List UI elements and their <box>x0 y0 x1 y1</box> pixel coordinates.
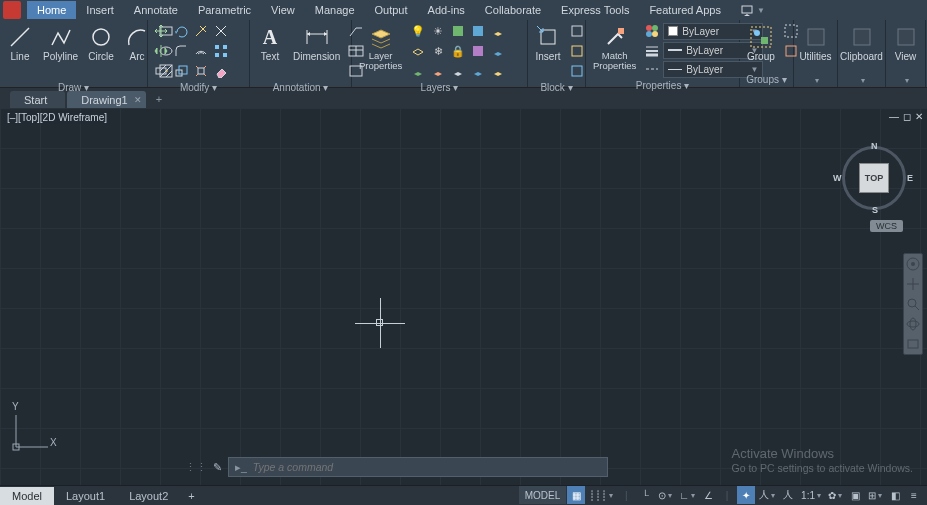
status-hw-icon[interactable]: ◧ <box>886 486 904 504</box>
nav-steering-icon[interactable] <box>906 257 920 271</box>
drawing-viewport[interactable]: [–][Top][2D Wireframe] — ◻ ✕ N S E W TOP… <box>0 108 927 485</box>
ribbon-tab-collaborate[interactable]: Collaborate <box>475 1 551 19</box>
explode-icon[interactable] <box>192 62 210 80</box>
layer-more3-icon[interactable] <box>489 22 507 40</box>
clipboard-button[interactable]: Clipboard <box>837 22 886 64</box>
status-menu-icon[interactable]: ≡ <box>905 486 923 504</box>
status-modelspace[interactable]: MODEL <box>519 486 567 504</box>
viewport-maximize-icon[interactable]: ◻ <box>903 111 911 122</box>
ribbon-overflow-button[interactable]: ▼ <box>741 4 765 16</box>
ribbon-tab-manage[interactable]: Manage <box>305 1 365 19</box>
nav-orbit-icon[interactable] <box>906 317 920 331</box>
ribbon-tab-addins[interactable]: Add-ins <box>418 1 475 19</box>
layer-more1-icon[interactable] <box>449 22 467 40</box>
layer-r4-icon[interactable] <box>469 62 487 80</box>
layout-tab-model[interactable]: Model <box>0 487 54 505</box>
stretch-icon[interactable] <box>152 62 170 80</box>
layer-r1-icon[interactable] <box>409 62 427 80</box>
fillet-icon[interactable] <box>172 42 190 60</box>
command-input-wrapper[interactable]: ▸_ <box>228 457 608 477</box>
nav-zoom-icon[interactable] <box>906 297 920 311</box>
layout-tab-layout2[interactable]: Layout2 <box>117 487 180 505</box>
nav-pan-icon[interactable] <box>906 277 920 291</box>
mirror-icon[interactable] <box>152 42 170 60</box>
app-icon[interactable] <box>3 1 21 19</box>
ribbon-tab-output[interactable]: Output <box>365 1 418 19</box>
panel-properties-title[interactable]: Properties ▾ <box>590 78 735 93</box>
wcs-badge[interactable]: WCS <box>870 220 903 232</box>
lineweight-icon[interactable] <box>643 41 661 59</box>
scale-icon[interactable] <box>172 62 190 80</box>
layer-sun-icon[interactable]: ☀ <box>429 22 447 40</box>
file-tab-drawing1[interactable]: Drawing1✕ <box>67 91 145 108</box>
array-icon[interactable] <box>212 42 230 60</box>
status-dyn-icon[interactable]: ✦ <box>737 486 755 504</box>
erase-icon[interactable] <box>212 62 230 80</box>
ribbon-tab-annotate[interactable]: Annotate <box>124 1 188 19</box>
status-transp-icon[interactable]: 人 <box>779 486 797 504</box>
utilities-button[interactable]: Utilities <box>796 22 834 64</box>
status-annot-icon[interactable]: ▣ <box>846 486 864 504</box>
viewcube-south[interactable]: S <box>872 205 878 215</box>
trim-icon[interactable] <box>192 22 210 40</box>
file-tab-start[interactable]: Start <box>10 91 65 108</box>
new-tab-button[interactable]: + <box>148 90 170 108</box>
panel-layers-title[interactable]: Layers ▾ <box>356 80 523 95</box>
dimension-button[interactable]: Dimension <box>290 22 343 64</box>
panel-utilities-title[interactable]: ▾ <box>798 72 833 87</box>
layer-iso-icon[interactable] <box>409 42 427 60</box>
ribbon-tab-view[interactable]: View <box>261 1 305 19</box>
linetype-icon[interactable] <box>643 60 661 78</box>
status-scale[interactable]: 1:1▾ <box>798 486 824 504</box>
status-ortho-icon[interactable]: └ <box>636 486 654 504</box>
viewport-label[interactable]: [–][Top][2D Wireframe] <box>4 111 110 124</box>
insert-button[interactable]: Insert <box>532 22 564 64</box>
panel-groups-title[interactable]: Groups ▾ <box>744 72 789 87</box>
layer-match-icon[interactable] <box>469 42 487 60</box>
match-properties-button[interactable]: Match Properties <box>590 22 639 73</box>
viewport-minimize-icon[interactable]: — <box>889 111 899 122</box>
create-block-icon[interactable] <box>568 22 586 40</box>
viewcube-north[interactable]: N <box>871 141 878 151</box>
polyline-button[interactable]: Polyline <box>40 22 81 64</box>
viewcube-east[interactable]: E <box>907 173 913 183</box>
group-button[interactable]: Group <box>744 22 778 64</box>
viewcube-west[interactable]: W <box>833 173 842 183</box>
panel-view-title[interactable]: ▾ <box>890 72 921 87</box>
ribbon-tab-home[interactable]: Home <box>27 1 76 19</box>
layer-r3-icon[interactable] <box>449 62 467 80</box>
status-iso-icon[interactable]: ∟▾ <box>676 486 698 504</box>
circle-button[interactable]: Circle <box>85 22 117 64</box>
color-swatch-icon[interactable] <box>643 22 661 40</box>
edit-block-icon[interactable] <box>568 42 586 60</box>
status-snap-icon[interactable]: ┊┊┊▾ <box>586 486 616 504</box>
layer-r2-icon[interactable] <box>429 62 447 80</box>
ribbon-tab-insert[interactable]: Insert <box>76 1 124 19</box>
status-polar-icon[interactable]: ⊙▾ <box>655 486 675 504</box>
panel-clipboard-title[interactable]: ▾ <box>842 72 881 87</box>
status-grid-icon[interactable]: ▦ <box>567 486 585 504</box>
layer-bulb-icon[interactable]: 💡 <box>409 22 427 40</box>
viewcube[interactable]: N S E W TOP <box>839 143 909 213</box>
close-tab-icon[interactable]: ✕ <box>134 95 142 105</box>
view-button[interactable]: View <box>890 22 922 64</box>
ribbon-tab-featuredapps[interactable]: Featured Apps <box>639 1 731 19</box>
ribbon-tab-expresstools[interactable]: Express Tools <box>551 1 639 19</box>
layer-freeze-icon[interactable]: ❄ <box>429 42 447 60</box>
layout-tab-layout1[interactable]: Layout1 <box>54 487 117 505</box>
layer-off-icon[interactable] <box>489 42 507 60</box>
viewport-close-icon[interactable]: ✕ <box>915 111 923 122</box>
command-input[interactable] <box>253 461 601 473</box>
layer-r5-icon[interactable] <box>489 62 507 80</box>
status-lwt-icon[interactable]: 人▾ <box>756 486 778 504</box>
extend-icon[interactable] <box>212 22 230 40</box>
rotate-icon[interactable] <box>172 22 190 40</box>
attr-block-icon[interactable] <box>568 62 586 80</box>
offset-icon[interactable] <box>192 42 210 60</box>
status-ws-icon[interactable]: ⊞▾ <box>865 486 885 504</box>
layer-properties-button[interactable]: Layer Properties <box>356 22 405 73</box>
line-button[interactable]: Line <box>4 22 36 64</box>
ribbon-tab-parametric[interactable]: Parametric <box>188 1 261 19</box>
layout-tab-add[interactable]: + <box>180 487 202 505</box>
status-osnap-icon[interactable]: ∠ <box>699 486 717 504</box>
